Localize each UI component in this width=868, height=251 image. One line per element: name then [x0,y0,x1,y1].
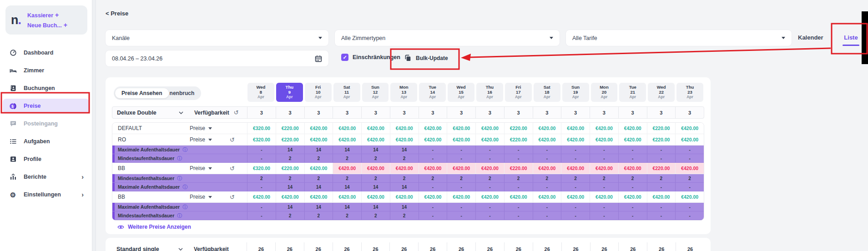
price-cell[interactable]: €220.00 [276,123,304,134]
price-cell[interactable]: €420.00 [675,134,704,145]
price-cell[interactable]: €220.00 [276,134,304,145]
date-range-input[interactable]: 08.04.26 – 23.04.26 [106,50,328,66]
price-cell[interactable]: €420.00 [475,163,504,174]
price-cell[interactable]: €420.00 [590,123,618,134]
day-header-sat-18[interactable]: Sat18Apr [534,83,560,102]
sidebar-item-profile[interactable]: Profile [0,152,92,166]
room-header[interactable]: Standard single [116,246,189,251]
checkbox-checked-icon[interactable]: ✓ [341,54,348,61]
price-cell[interactable]: €420.00 [276,191,304,202]
price-cell[interactable]: €420.00 [590,134,618,145]
price-cell[interactable]: €420.00 [533,191,561,202]
sidebar-item-berichte[interactable]: Berichte › [0,170,92,184]
price-cell[interactable]: €420.00 [533,163,561,174]
rates-select[interactable]: Alle Tarife [566,30,792,46]
day-header-thu-23[interactable]: Thu23Apr [676,83,703,102]
price-cell[interactable]: €420.00 [361,123,390,134]
day-header-thu-9[interactable]: Thu9Apr [276,83,303,102]
show-more-prices-link[interactable]: Weitere Preise Anzeigen [112,221,704,233]
info-icon[interactable]: ⓘ [182,184,187,191]
channels-select[interactable]: Kanäle [106,30,328,46]
day-header-fri-17[interactable]: Fri17Apr [505,83,532,102]
history-icon[interactable]: ↺ [234,110,239,115]
price-cell[interactable]: €420.00 [675,163,704,174]
price-cell[interactable]: €420.00 [333,134,361,145]
quick-link-neue-buchung[interactable]: Neue Buch...+ [27,21,67,29]
price-cell[interactable]: €420.00 [247,191,276,202]
price-cell[interactable]: €420.00 [390,134,419,145]
price-cell[interactable]: €420.00 [618,163,647,174]
bulk-update-button[interactable]: Bulk-Update [402,53,451,63]
sidebar-item-aufgaben[interactable]: Aufgaben [0,134,92,149]
price-cell[interactable]: €420.00 [618,123,647,134]
price-cell[interactable]: €420.00 [361,191,390,202]
price-cell[interactable]: €420.00 [504,191,533,202]
price-cell[interactable]: €420.00 [419,123,447,134]
day-header-wed-22[interactable]: Wed22Apr [648,83,675,102]
price-cell[interactable]: €420.00 [419,163,447,174]
price-cell[interactable]: €320.00 [247,123,276,134]
sidebar-item-posteingang[interactable]: Posteingang [0,116,92,131]
price-cell[interactable]: €220.00 [504,134,533,145]
price-cell[interactable]: €420.00 [419,191,447,202]
price-cell[interactable]: €320.00 [247,163,276,174]
sidebar-scrollbar-gutter[interactable] [92,0,96,251]
price-cell[interactable]: €320.00 [247,134,276,145]
price-cell[interactable]: €420.00 [675,191,704,202]
day-header-wed-15[interactable]: Wed15Apr [448,83,474,102]
breadcrumb[interactable]: < Preise [106,10,128,17]
history-icon[interactable]: ↺ [230,194,235,200]
tab-liste[interactable]: Liste [843,34,859,46]
price-cell[interactable]: €420.00 [618,191,647,202]
price-cell[interactable]: €420.00 [419,134,447,145]
price-cell[interactable]: €420.00 [561,123,590,134]
price-cell[interactable]: €420.00 [475,123,504,134]
price-cell[interactable]: €420.00 [304,134,333,145]
day-header-wed-8[interactable]: Wed8Apr [247,83,274,102]
price-cell[interactable]: €420.00 [333,191,361,202]
price-cell[interactable]: €420.00 [675,123,704,134]
price-cell[interactable]: €420.00 [475,191,504,202]
info-icon[interactable]: ⓘ [182,204,187,211]
sidebar-item-zimmer[interactable]: Zimmer [0,63,92,78]
day-header-thu-16[interactable]: Thu16Apr [476,83,503,102]
day-header-sun-19[interactable]: Sun19Apr [562,83,589,102]
day-header-sat-11[interactable]: Sat11Apr [333,83,360,102]
preise-dropdown[interactable]: Preise [190,125,229,131]
info-icon[interactable]: ⓘ [177,155,182,162]
price-cell[interactable]: €420.00 [533,134,561,145]
day-header-tue-14[interactable]: Tue14Apr [419,83,446,102]
tab-kalender[interactable]: Kalender [798,34,823,41]
toggle-preis-aufschluesselung[interactable]: nenbruch [169,88,200,98]
price-cell[interactable]: €420.00 [390,191,419,202]
toggle-preise-ansehen[interactable]: Preise Ansehen [115,88,169,98]
sidebar-item-dashboard[interactable]: Dashboard [0,45,92,60]
price-cell[interactable]: €420.00 [533,123,561,134]
info-icon[interactable]: ⓘ [177,175,182,182]
sidebar-item-einstellungen[interactable]: ⚙ Einstellungen › [0,187,92,202]
day-header-mon-13[interactable]: Mon13Apr [390,83,417,102]
app-logo[interactable]: n. [11,13,21,27]
price-cell[interactable]: €420.00 [561,163,590,174]
price-cell[interactable]: €420.00 [304,163,333,174]
price-cell[interactable]: €420.00 [304,123,333,134]
price-cell[interactable]: €420.00 [361,163,390,174]
preise-dropdown[interactable]: Preise [190,194,229,200]
price-cell[interactable]: €420.00 [561,191,590,202]
price-cell[interactable]: €420.00 [475,134,504,145]
history-icon[interactable]: ↺ [230,166,235,171]
price-cell[interactable]: €420.00 [590,163,618,174]
day-header-sun-12[interactable]: Sun12Apr [362,83,389,102]
price-cell[interactable]: €420.00 [447,123,475,134]
room-header[interactable]: Deluxe Double [117,110,190,116]
price-cell[interactable]: €420.00 [618,134,647,145]
quick-link-kassierer[interactable]: Kassierer+ [27,11,67,19]
price-cell[interactable]: €420.00 [304,191,333,202]
price-cell[interactable]: €220.00 [647,163,676,174]
restrictions-checkbox-group[interactable]: ✓ Einschränkungen [341,54,400,61]
price-cell[interactable]: €220.00 [647,123,676,134]
preise-dropdown[interactable]: Preise [190,165,229,171]
price-cell[interactable]: €420.00 [561,134,590,145]
info-icon[interactable]: ⓘ [182,146,187,153]
info-icon[interactable]: ⓘ [177,212,182,219]
